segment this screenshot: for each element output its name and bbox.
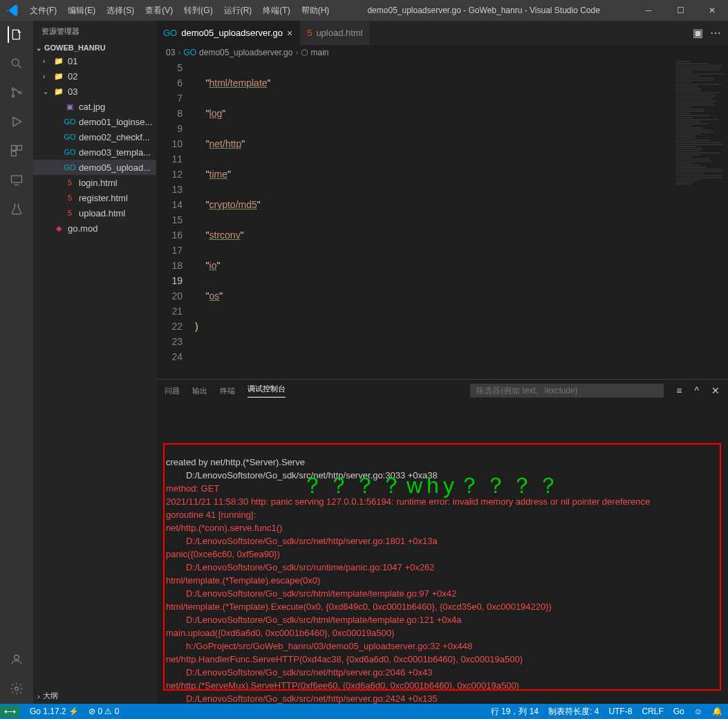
minimize-button[interactable]: ─: [633, 0, 664, 21]
tree-item[interactable]: ›📁02: [33, 68, 156, 84]
svg-point-1: [12, 88, 14, 90]
status-item[interactable]: 制表符长度: 4: [548, 706, 599, 718]
minimap[interactable]: [673, 60, 728, 379]
run-debug-icon[interactable]: [8, 113, 25, 130]
status-item[interactable]: UTF-8: [608, 707, 632, 716]
tree-item[interactable]: ◆go.mod: [33, 221, 156, 236]
file-tree: ›📁01›📁02⌄📁03▣cat.jpgGOdemo01_loginse...G…: [33, 53, 156, 688]
close-button[interactable]: ✕: [696, 0, 728, 21]
account-icon[interactable]: [8, 651, 25, 668]
status-item[interactable]: Go 1.17.2 ⚡: [30, 707, 79, 716]
menu-item[interactable]: 帮助(H): [296, 5, 335, 17]
panel-tab[interactable]: 调试控制台: [248, 384, 286, 398]
close-tab-icon[interactable]: ×: [287, 28, 292, 39]
panel-tab[interactable]: 问题: [165, 386, 180, 396]
tree-item[interactable]: 5login.html: [33, 175, 156, 190]
tree-item[interactable]: 5upload.html: [33, 205, 156, 221]
extensions-icon[interactable]: [8, 142, 25, 159]
tree-item[interactable]: GOdemo05_upload...: [33, 160, 156, 175]
maximize-panel-icon[interactable]: ^: [694, 385, 699, 396]
code-content[interactable]: "html/template" "log" "net/http" "time" …: [195, 60, 728, 379]
svg-point-8: [15, 655, 19, 660]
code-editor[interactable]: 56789101112131415161718192021222324 "htm…: [156, 60, 728, 379]
bottom-panel: 问题输出终端调试控制台 ≡ ^ ✕ ？？？？why？？？？ created by…: [156, 379, 728, 704]
more-actions-icon[interactable]: ⋯: [710, 26, 721, 39]
status-item[interactable]: Go: [673, 707, 684, 716]
svg-rect-7: [12, 176, 22, 183]
breadcrumb[interactable]: 03› GOdemo05_uploadserver.go› ⬡main: [156, 45, 728, 60]
menu-bar: 文件(F)编辑(E)选择(S)查看(V)转到(G)运行(R)终端(T)帮助(H): [24, 5, 335, 17]
tree-item[interactable]: GOdemo01_loginse...: [33, 114, 156, 129]
svg-rect-4: [12, 146, 17, 151]
tree-item[interactable]: ⌄📁03: [33, 84, 156, 99]
status-item[interactable]: CRLF: [642, 707, 663, 716]
testing-icon[interactable]: [8, 200, 25, 217]
remote-icon[interactable]: [8, 171, 25, 188]
svg-point-3: [19, 91, 21, 93]
editor-tab[interactable]: 5upload.html: [300, 21, 370, 45]
status-bar: ⟷ Go 1.17.2 ⚡⊘ 0 ⚠ 0 行 19，列 14制表符长度: 4UT…: [0, 704, 728, 719]
panel-tab[interactable]: 输出: [192, 386, 207, 396]
window-title: demo05_uploadserver.go - GoWeb_hanru - V…: [335, 6, 633, 15]
tree-item[interactable]: ▣cat.jpg: [33, 99, 156, 114]
menu-item[interactable]: 文件(F): [24, 5, 62, 17]
clear-icon[interactable]: ≡: [676, 385, 682, 396]
activity-bar: [0, 21, 33, 704]
vscode-logo-icon: [0, 3, 24, 17]
editor-tabs: GOdemo05_uploadserver.go×5upload.html ▣ …: [156, 21, 728, 45]
svg-rect-6: [12, 151, 17, 156]
menu-item[interactable]: 转到(G): [178, 5, 218, 17]
status-item[interactable]: 行 19，列 14: [491, 706, 539, 718]
debug-filter-input[interactable]: [470, 384, 664, 398]
status-item[interactable]: 🔔: [712, 707, 722, 716]
line-gutter: 56789101112131415161718192021222324: [156, 60, 195, 379]
titlebar: 文件(F)编辑(E)选择(S)查看(V)转到(G)运行(R)终端(T)帮助(H)…: [0, 0, 728, 21]
workspace-header[interactable]: ⌄GOWEB_HANRU: [33, 42, 156, 53]
sidebar-title: 资源管理器: [33, 21, 156, 42]
svg-point-2: [12, 95, 14, 97]
panel-tabs: 问题输出终端调试控制台 ≡ ^ ✕: [156, 380, 728, 402]
remote-indicator[interactable]: ⟷: [0, 705, 20, 718]
svg-point-9: [15, 687, 19, 691]
close-panel-icon[interactable]: ✕: [711, 385, 720, 396]
tree-item[interactable]: 5register.html: [33, 190, 156, 205]
menu-item[interactable]: 选择(S): [101, 5, 140, 17]
svg-point-0: [12, 59, 19, 66]
outline-header[interactable]: ›大纲: [33, 688, 156, 704]
menu-item[interactable]: 编辑(E): [62, 5, 101, 17]
panel-tab[interactable]: 终端: [220, 386, 235, 396]
editor-group: GOdemo05_uploadserver.go×5upload.html ▣ …: [156, 21, 728, 704]
source-control-icon[interactable]: [8, 84, 25, 101]
tree-item[interactable]: GOdemo03_templa...: [33, 144, 156, 160]
explorer-sidebar: 资源管理器 ⌄GOWEB_HANRU ›📁01›📁02⌄📁03▣cat.jpgG…: [33, 21, 156, 704]
menu-item[interactable]: 运行(R): [218, 5, 258, 17]
editor-tab[interactable]: GOdemo05_uploadserver.go×: [156, 21, 300, 45]
maximize-button[interactable]: ☐: [664, 0, 696, 21]
search-icon[interactable]: [8, 55, 25, 72]
svg-rect-5: [17, 146, 22, 151]
status-item[interactable]: ☺: [694, 707, 702, 716]
explorer-icon[interactable]: [8, 26, 24, 43]
menu-item[interactable]: 查看(V): [140, 5, 178, 17]
tree-item[interactable]: ›📁01: [33, 53, 156, 68]
menu-item[interactable]: 终端(T): [257, 5, 295, 17]
tree-item[interactable]: GOdemo02_checkf...: [33, 129, 156, 144]
debug-console[interactable]: ？？？？why？？？？ created by net/http.(*Server…: [156, 402, 728, 704]
split-editor-icon[interactable]: ▣: [693, 26, 703, 39]
settings-gear-icon[interactable]: [8, 680, 25, 697]
status-item[interactable]: ⊘ 0 ⚠ 0: [88, 707, 119, 716]
